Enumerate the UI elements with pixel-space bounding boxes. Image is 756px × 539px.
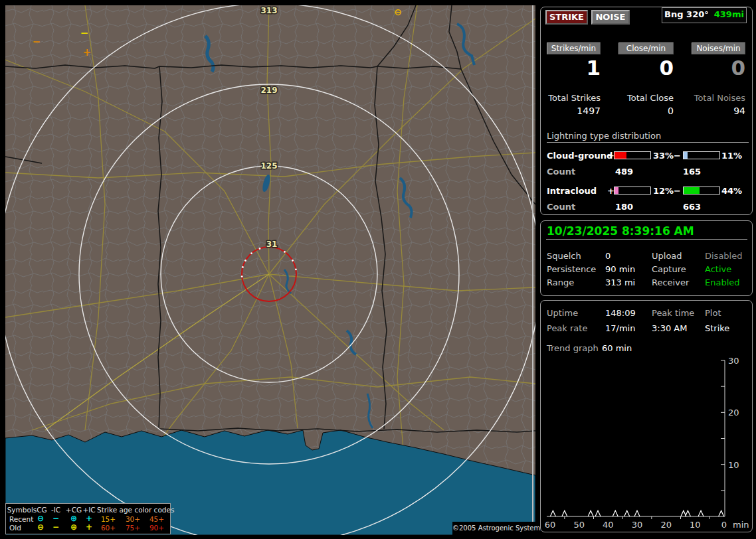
cg-count-label: Count xyxy=(547,167,575,177)
datetime-divider xyxy=(546,239,747,240)
trend-x-tick-label: 30 xyxy=(632,520,643,530)
age-code-45: 45+ xyxy=(147,515,167,523)
copyright-label: ©2005 Astrogenic Systems xyxy=(452,522,536,535)
squelch-label: Squelch xyxy=(547,251,581,261)
age-code-90: 90+ xyxy=(147,524,167,532)
trend-x-tick-label: 0 xyxy=(721,520,727,530)
ic-negative-bar xyxy=(683,187,720,194)
ic-positive-bar xyxy=(614,187,651,194)
strike-mode-button[interactable]: STRIKE xyxy=(545,10,588,25)
trend-x-tick-label: 40 xyxy=(603,520,614,530)
ic-positive-count: 180 xyxy=(615,202,633,212)
trend-strike-peak xyxy=(595,510,601,516)
bearing-label: Bng 320° xyxy=(664,9,709,19)
range-value: 313 mi xyxy=(605,277,635,287)
age-code-60: 60+ xyxy=(98,524,118,532)
legend-header-neg-ic: -IC xyxy=(46,506,66,514)
total-noises-label: Total Noises xyxy=(692,93,745,103)
trend-strike-peak xyxy=(550,510,555,516)
trend-strike-peak xyxy=(562,510,567,516)
ic-count-label: Count xyxy=(547,202,575,212)
total-close-label: Total Close xyxy=(618,93,674,103)
receiver-status: Enabled xyxy=(705,277,740,287)
strike-symbol: − xyxy=(80,27,89,39)
neg-ic-recent-icon: − xyxy=(46,514,66,523)
strike-symbol: − xyxy=(33,36,41,48)
age-code-75: 75+ xyxy=(123,524,143,532)
trend-y-tick-label: 30 xyxy=(728,356,739,366)
close-per-min-column: Close/min 0 Total Close 0 xyxy=(618,42,674,116)
ic-positive-pct: 12% xyxy=(653,186,674,196)
strike-symbol: ⊖ xyxy=(394,7,402,17)
trend-strike-peak xyxy=(719,510,724,516)
map-legend: Symbols -CG -IC +CG +IC Strike age color… xyxy=(5,503,171,534)
trend-x-tick-label: 10 xyxy=(690,520,701,530)
map-right-border xyxy=(532,5,533,535)
total-noises-value: 94 xyxy=(692,106,745,116)
ic-negative-pct: 44% xyxy=(721,186,742,196)
trend-strike-peak xyxy=(613,510,618,516)
status-panel: 10/23/2025 8:39:16 AM Squelch 0 Upload D… xyxy=(540,220,753,296)
noises-per-min-header: Noises/min xyxy=(692,42,745,54)
datetime-display: 10/23/2025 8:39:16 AM xyxy=(547,224,694,238)
range-label: Range xyxy=(547,277,574,287)
receiver-label: Receiver xyxy=(652,277,689,287)
intracloud-label: Intracloud xyxy=(547,186,597,196)
trend-x-tick-label: 60 xyxy=(545,520,556,530)
bearing-distance: 439mi xyxy=(714,9,744,19)
bearing-readout: Bng 320°439mi xyxy=(662,7,747,23)
distribution-title: Lightning type distribution xyxy=(547,131,661,141)
noises-per-min-column: Noises/min 0 Total Noises 94 xyxy=(692,42,745,116)
close-per-min-value: 0 xyxy=(618,56,674,80)
ring-label-31: 31 xyxy=(266,240,278,249)
trend-y-tick-label: 20 xyxy=(728,408,739,418)
ring-label-313: 313 xyxy=(260,6,277,15)
strike-stats-panel: STRIKE NOISE Bng 320°439mi Strikes/min 1… xyxy=(540,7,753,215)
age-code-15: 15+ xyxy=(98,515,118,523)
capture-status: Active xyxy=(705,264,731,274)
squelch-value: 0 xyxy=(605,251,611,261)
cg-positive-pct: 33% xyxy=(653,151,674,161)
ring-label-219: 219 xyxy=(260,86,277,95)
map-canvas: 313 219 125 31 −−+⊖ xyxy=(5,5,535,535)
trend-x-tick-label: 50 xyxy=(573,520,585,530)
trend-chart: 1020306050403020100min xyxy=(541,301,753,533)
trend-strike-peak xyxy=(698,510,704,516)
trend-x-tick-label: 20 xyxy=(660,520,672,530)
pos-ic-old-icon: + xyxy=(79,522,99,532)
close-per-min-header: Close/min xyxy=(618,42,674,54)
app-root: 313 219 125 31 −−+⊖ ©2005 Astrogenic Sys… xyxy=(0,0,756,539)
noise-mode-button[interactable]: NOISE xyxy=(591,10,630,25)
distribution-divider xyxy=(547,142,749,143)
cg-positive-count: 489 xyxy=(615,167,633,177)
total-strikes-value: 1497 xyxy=(547,106,601,116)
trend-strike-peak xyxy=(634,510,640,516)
cg-positive-bar xyxy=(614,151,651,159)
strikes-per-min-header: Strikes/min xyxy=(547,42,601,54)
noises-per-min-value: 0 xyxy=(692,56,745,80)
cg-negative-count: 165 xyxy=(683,167,701,177)
legend-header-pos-ic: +IC xyxy=(79,506,99,514)
pos-ic-recent-icon: + xyxy=(79,514,99,523)
trend-strike-peak xyxy=(588,510,593,516)
legend-age-title: Strike age color codes xyxy=(97,506,169,514)
trend-strike-peak xyxy=(685,510,690,516)
cg-negative-pct: 11% xyxy=(721,151,742,161)
cg-minus-sign: − xyxy=(674,151,681,161)
strike-symbol: + xyxy=(83,46,92,58)
cloud-ground-label: Cloud-ground xyxy=(547,151,613,161)
persistence-value: 90 min xyxy=(605,264,635,274)
ring-label-125: 125 xyxy=(260,161,277,171)
trend-panel: Uptime 148:09 Peak time Plot Peak rate 1… xyxy=(540,300,753,532)
trend-y-tick-label: 10 xyxy=(728,460,739,470)
strikes-per-min-value: 1 xyxy=(547,56,601,80)
ic-minus-sign: − xyxy=(674,186,681,196)
strikes-per-min-column: Strikes/min 1 Total Strikes 1497 xyxy=(547,42,601,116)
persistence-label: Persistence xyxy=(547,264,596,274)
neg-ic-old-icon: − xyxy=(46,522,66,532)
radar-map[interactable]: 313 219 125 31 −−+⊖ xyxy=(5,5,535,535)
trend-x-unit-label: min xyxy=(733,520,749,530)
trend-strike-peak xyxy=(624,510,630,516)
age-code-30: 30+ xyxy=(123,515,143,523)
ic-negative-count: 663 xyxy=(683,202,701,212)
